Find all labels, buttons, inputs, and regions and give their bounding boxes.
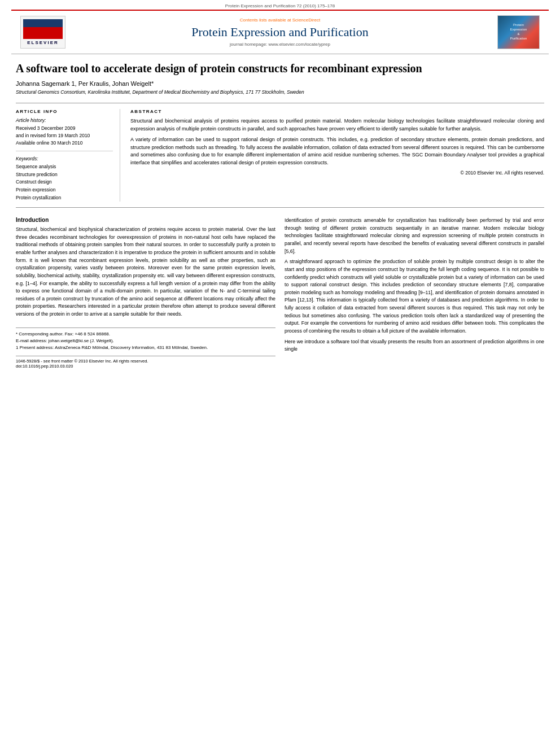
intro-heading: Introduction xyxy=(16,217,275,223)
doi-line: doi:10.1016/j.pep.2010.03.020 xyxy=(16,364,148,369)
abstract-label: ABSTRACT xyxy=(130,109,544,114)
available-date: Available online 30 March 2010 xyxy=(16,139,113,147)
header-center: Contents lists available at ScienceDirec… xyxy=(71,18,489,47)
body-columns: Introduction Structural, biochemical and… xyxy=(16,217,544,369)
abstract-col: ABSTRACT Structural and biochemical anal… xyxy=(130,109,544,202)
intro-right-p3: Here we introduce a software tool that v… xyxy=(285,338,544,353)
body-col-left: Introduction Structural, biochemical and… xyxy=(16,217,275,369)
page-wrapper: Protein Expression and Purification 72 (… xyxy=(0,0,560,747)
journal-logo-area: ProteinExpression&Purification xyxy=(489,15,540,49)
keyword-3: Construct design xyxy=(16,178,113,186)
journal-ref-text: Protein Expression and Purification 72 (… xyxy=(225,3,335,8)
journal-logo-image: ProteinExpression&Purification xyxy=(497,15,540,49)
footnote-present-address: 1 Present address: AstraZeneca R&D Mölnd… xyxy=(16,344,275,351)
elsevier-logo-image: ELSEVIER xyxy=(20,16,65,49)
intro-right-p1: Identification of protein constructs ame… xyxy=(285,217,544,255)
contents-label: Contents lists available at xyxy=(240,18,292,23)
header-banner: ELSEVIER Contents lists available at Sci… xyxy=(11,10,549,54)
bottom-bar: 1046-5928/$ - see front matter © 2010 El… xyxy=(16,356,275,369)
revised-date: and in revised form 19 March 2010 xyxy=(16,132,113,139)
intro-right-p2: A straightforward approach to optimize t… xyxy=(285,258,544,335)
article-info-col: ARTICLE INFO Article history: Received 3… xyxy=(16,109,120,202)
intro-left-p1: Structural, biochemical and biophysical … xyxy=(16,226,275,318)
authors-line: Johanna Sagemark 1, Per Kraulis, Johan W… xyxy=(16,80,544,87)
keyword-4: Protein expression xyxy=(16,186,113,194)
affiliation: Structural Genomics Consortium, Karolins… xyxy=(16,89,544,95)
journal-reference: Protein Expression and Purification 72 (… xyxy=(0,0,560,10)
keyword-1: Sequence analysis xyxy=(16,163,113,171)
article-title: A software tool to accelerate design of … xyxy=(16,61,544,76)
journal-homepage: journal homepage: www.elsevier.com/locat… xyxy=(71,42,489,47)
issn-text: 1046-5928/$ - see front matter © 2010 El… xyxy=(16,359,148,369)
elsevier-label: ELSEVIER xyxy=(27,40,59,45)
elsevier-logo-area: ELSEVIER xyxy=(20,16,71,49)
keywords-label: Keywords: xyxy=(16,156,113,161)
body-col-right: Identification of protein constructs ame… xyxy=(285,217,544,369)
footnote-email: E-mail address: johan.weigelt@ki.se (J. … xyxy=(16,338,275,344)
copyright-line: © 2010 Elsevier Inc. All rights reserved… xyxy=(130,170,544,176)
email-label: E-mail address: xyxy=(16,338,47,343)
journal-title: Protein Expression and Purification xyxy=(71,25,489,40)
abstract-p1: Structural and biochemical analysis of p… xyxy=(130,117,544,133)
main-content: A software tool to accelerate design of … xyxy=(0,54,560,380)
divider xyxy=(16,151,113,151)
received-date: Received 3 December 2009 xyxy=(16,125,113,132)
sciencedirect-link-text[interactable]: ScienceDirect xyxy=(292,18,320,23)
authors-text: Johanna Sagemark 1, Per Kraulis, Johan W… xyxy=(16,80,154,87)
keyword-5: Protein crystallization xyxy=(16,194,113,202)
email-value[interactable]: johan.weigelt@ki.se (J. Weigelt). xyxy=(49,338,114,343)
footnote-corresponding: * Corresponding author. Fax: +46 8 524 8… xyxy=(16,331,275,338)
history-label: Article history: xyxy=(16,117,113,123)
abstract-text: Structural and biochemical analysis of p… xyxy=(130,117,544,167)
keyword-2: Structure prediction xyxy=(16,171,113,179)
issn-line: 1046-5928/$ - see front matter © 2010 El… xyxy=(16,359,148,364)
article-info-label: ARTICLE INFO xyxy=(16,109,113,114)
article-info-abstract: ARTICLE INFO Article history: Received 3… xyxy=(16,103,544,208)
sciencedirect-line: Contents lists available at ScienceDirec… xyxy=(71,18,489,23)
abstract-p2: A variety of information can be used to … xyxy=(130,136,544,167)
footnote-area: * Corresponding author. Fax: +46 8 524 8… xyxy=(16,327,275,351)
